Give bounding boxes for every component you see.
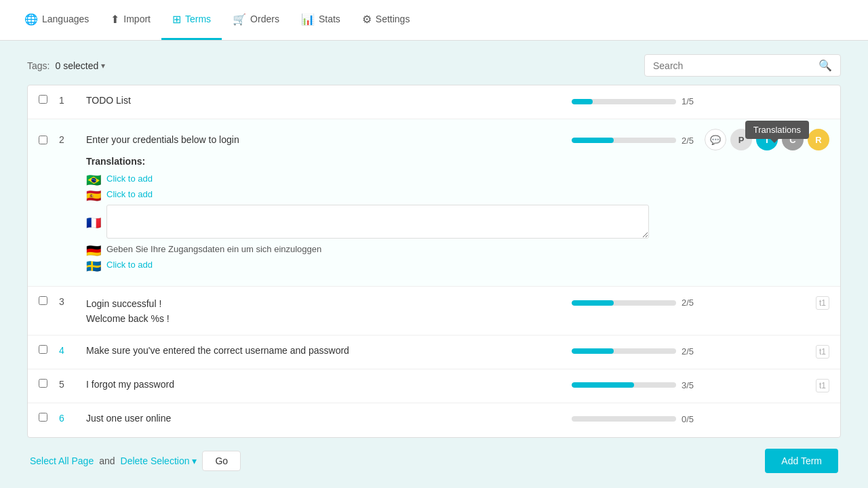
- translations-section: Translations: 🇧🇷 Click to add 🇪🇸 Click t…: [39, 150, 829, 278]
- nav-item-orders[interactable]: 🛒 Orders: [222, 1, 290, 40]
- term-number-1: 1: [59, 94, 86, 106]
- progress-col-1: 1/5: [572, 94, 694, 106]
- term-text-1: TODO List: [86, 94, 572, 106]
- term-text-5: I forgot my password: [86, 378, 572, 390]
- progress-text-4: 2/5: [682, 346, 694, 357]
- ti-badge-4: t1: [816, 345, 829, 359]
- and-text: and: [99, 455, 115, 466]
- progress-text-3: 2/5: [682, 298, 694, 308]
- nav-item-import[interactable]: ⬆ Import: [100, 1, 161, 40]
- go-button[interactable]: Go: [202, 451, 241, 471]
- table-row: 1 TODO List 1/5: [28, 85, 840, 119]
- progress-bar-container-6: [572, 416, 676, 422]
- ti-badge-5: t1: [816, 379, 829, 392]
- r-button[interactable]: R: [808, 129, 829, 150]
- bottom-left: Select All Page and Delete Selection ▾ G…: [30, 451, 241, 471]
- table-row-4: 4 Make sure you've entered the correct u…: [28, 336, 840, 369]
- nav-item-terms[interactable]: ⊞ Terms: [161, 1, 222, 40]
- progress-text-5: 3/5: [682, 380, 694, 390]
- table-row-3: 3 Login successful ! Welcome back %s ! 2…: [28, 287, 840, 336]
- search-box: 🔍: [644, 54, 841, 77]
- comment-button[interactable]: 💬: [705, 129, 726, 150]
- flag-se: 🇸🇪: [86, 260, 100, 270]
- search-icon: 🔍: [818, 59, 832, 72]
- translation-item-br: 🇧🇷 Click to add: [86, 174, 829, 184]
- translation-add-es[interactable]: Click to add: [106, 189, 153, 199]
- term-link-4[interactable]: 4: [59, 345, 64, 356]
- term-number-5: 5: [59, 378, 86, 390]
- delete-selection-button[interactable]: Delete Selection ▾: [121, 455, 197, 466]
- nav-item-settings[interactable]: ⚙ Settings: [351, 1, 421, 40]
- progress-col-4: 2/5: [572, 344, 694, 357]
- languages-icon: 🌐: [24, 13, 38, 26]
- tags-section: Tags: 0 selected ▾: [27, 60, 105, 71]
- row-checkbox-5[interactable]: [39, 378, 59, 388]
- translation-item-de: 🇩🇪 Geben Sie Ihre Zugangsdaten ein um si…: [86, 244, 829, 254]
- terms-icon: ⊞: [172, 13, 181, 26]
- row-checkbox-4[interactable]: [39, 344, 59, 354]
- translation-item-es: 🇪🇸 Click to add: [86, 189, 829, 199]
- chevron-down-icon: ▾: [101, 61, 105, 70]
- translation-add-se[interactable]: Click to add: [106, 260, 153, 270]
- term-text-2: Enter your credentials below to login: [86, 133, 572, 145]
- flag-de: 🇩🇪: [86, 245, 100, 254]
- progress-bar-3: [572, 300, 614, 306]
- row-checkbox-2[interactable]: [39, 134, 59, 144]
- settings-icon: ⚙: [362, 13, 372, 26]
- actions-col-4: t1: [694, 344, 829, 359]
- tags-label: Tags:: [27, 60, 50, 71]
- translations-tooltip: Translations: [745, 121, 809, 139]
- translation-textarea-fr[interactable]: [106, 205, 649, 239]
- progress-col-6: 0/5: [572, 411, 694, 424]
- progress-bar-4: [572, 348, 614, 354]
- nav-item-languages[interactable]: 🌐 Languages: [14, 1, 100, 40]
- progress-col-2: 2/5: [572, 133, 694, 146]
- progress-text-6: 0/5: [682, 414, 694, 424]
- table-row-5: 5 I forgot my password 3/5 t1: [28, 369, 840, 403]
- nav-item-stats[interactable]: 📊 Stats: [290, 1, 351, 40]
- import-icon: ⬆: [111, 13, 119, 26]
- row-checkbox-3[interactable]: [39, 295, 59, 305]
- progress-col-5: 3/5: [572, 378, 694, 390]
- add-term-button[interactable]: Add Term: [765, 449, 838, 473]
- orders-icon: 🛒: [233, 13, 246, 26]
- progress-bar-container-1: [572, 99, 676, 104]
- toolbar: Tags: 0 selected ▾ 🔍: [27, 54, 841, 77]
- chevron-down-icon-delete: ▾: [192, 455, 197, 466]
- row-checkbox-1[interactable]: [39, 94, 59, 104]
- actions-col-5: t1: [694, 378, 829, 392]
- term-row-main-2: 2 Enter your credentials below to login …: [39, 127, 829, 150]
- translations-title: Translations:: [86, 156, 829, 167]
- row-checkbox-6[interactable]: [39, 411, 59, 422]
- actions-col-3: t1: [694, 295, 829, 310]
- bottom-bar: Select All Page and Delete Selection ▾ G…: [27, 438, 841, 484]
- progress-bar-1: [572, 99, 593, 104]
- progress-bar-5: [572, 382, 634, 388]
- translation-item-se: 🇸🇪 Click to add: [86, 260, 829, 270]
- progress-bar-container-5: [572, 382, 676, 388]
- term-text-6: Just one user online: [86, 411, 572, 424]
- progress-bar-container-4: [572, 348, 676, 354]
- top-nav: 🌐 Languages ⬆ Import ⊞ Terms 🛒 Orders 📊 …: [0, 0, 868, 41]
- term-number-4: 4: [59, 344, 86, 356]
- term-text-3: Login successful ! Welcome back %s !: [86, 295, 572, 327]
- search-input[interactable]: [653, 60, 813, 71]
- stats-icon: 📊: [301, 13, 315, 26]
- term-number-6: 6: [59, 411, 86, 424]
- tags-dropdown[interactable]: 0 selected ▾: [55, 60, 105, 71]
- term-number-2: 2: [59, 133, 86, 145]
- select-all-button[interactable]: Select All Page: [30, 455, 94, 466]
- translation-text-de: Geben Sie Ihre Zugangsdaten ein um sich …: [106, 244, 321, 254]
- term-text-4: Make sure you've entered the correct use…: [86, 344, 572, 356]
- term-number-3: 3: [59, 295, 86, 307]
- ti-badge-3: t1: [816, 296, 829, 310]
- progress-bar-container-2: [572, 138, 676, 143]
- table-row-expanded: 2 Enter your credentials below to login …: [28, 119, 840, 287]
- actions-col-6: [694, 411, 829, 413]
- translation-add-br[interactable]: Click to add: [106, 174, 153, 184]
- actions-col-1: [694, 94, 829, 95]
- progress-text-2: 2/5: [682, 136, 694, 146]
- progress-text-1: 1/5: [682, 96, 694, 106]
- flag-br: 🇧🇷: [86, 174, 100, 184]
- term-link-6[interactable]: 6: [59, 413, 64, 424]
